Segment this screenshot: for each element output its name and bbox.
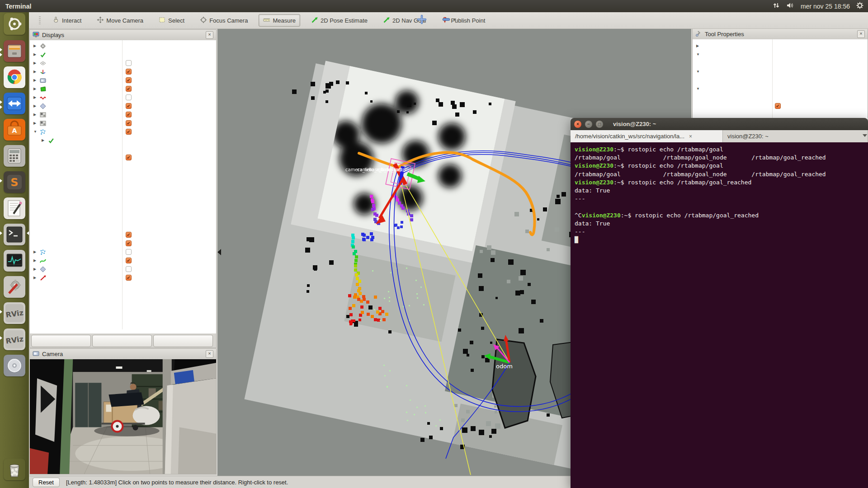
- checkbox-checked[interactable]: ✔: [126, 86, 132, 92]
- launcher-item-cd-burner[interactable]: [4, 355, 25, 376]
- tab-list-arrow-icon[interactable]: [863, 134, 867, 137]
- checkbox-checked[interactable]: ✔: [126, 240, 132, 246]
- launcher-item-chromium-browser[interactable]: [4, 66, 25, 88]
- tree-row[interactable]: ✔: [30, 154, 216, 162]
- clock[interactable]: mer nov 25 18:56: [801, 3, 850, 10]
- tool-button-focus-camera[interactable]: Focus Camera: [195, 14, 252, 27]
- tree-row[interactable]: ▶: [30, 265, 216, 274]
- tree-row[interactable]: [30, 145, 216, 154]
- checkbox-checked[interactable]: ✔: [126, 129, 132, 135]
- session-gear-icon[interactable]: [856, 2, 863, 11]
- expander-open-icon[interactable]: ▼: [696, 70, 700, 74]
- launcher-item-calculator[interactable]: [4, 145, 25, 167]
- launcher-item-software-center[interactable]: A: [4, 119, 25, 141]
- checkbox-checked[interactable]: ✔: [126, 258, 132, 263]
- checkbox-checked[interactable]: ✔: [126, 77, 132, 83]
- checkbox-checked[interactable]: ✔: [126, 120, 132, 126]
- expander-closed-icon[interactable]: ▶: [33, 104, 36, 108]
- tree-row[interactable]: ▶: [693, 42, 868, 51]
- tree-row[interactable]: [30, 171, 216, 179]
- tool-button-interact[interactable]: Interact: [48, 14, 86, 27]
- expander-closed-icon[interactable]: ▶: [33, 276, 36, 280]
- camera-close-icon[interactable]: ×: [206, 350, 213, 358]
- launcher-item-file-manager[interactable]: [4, 40, 25, 62]
- checkbox-unchecked[interactable]: [126, 94, 132, 100]
- tree-row[interactable]: ▶✔: [30, 257, 216, 265]
- window-minimize-button[interactable]: −: [585, 121, 592, 128]
- tree-row[interactable]: ▶: [30, 136, 216, 145]
- expander-closed-icon[interactable]: ▶: [33, 121, 36, 125]
- checkbox-checked[interactable]: ✔: [126, 155, 132, 160]
- checkbox-checked[interactable]: ✔: [126, 103, 132, 109]
- checkbox-checked[interactable]: ✔: [126, 69, 132, 75]
- tree-row[interactable]: [30, 222, 216, 231]
- expander-closed-icon[interactable]: ▶: [33, 78, 36, 82]
- terminal-tab-1[interactable]: /home/vision/catkin_ws/src/navigation/la…: [571, 130, 723, 142]
- displays-close-icon[interactable]: ×: [206, 31, 213, 39]
- tool-properties-header[interactable]: Tool Properties ×: [693, 29, 868, 40]
- checkbox-checked[interactable]: ✔: [126, 275, 132, 281]
- tree-row[interactable]: ▶✔: [30, 111, 216, 119]
- rename-button[interactable]: [153, 335, 213, 347]
- add-button[interactable]: [31, 335, 91, 347]
- checkbox-checked[interactable]: ✔: [126, 232, 132, 238]
- remove-button[interactable]: [92, 335, 152, 347]
- tree-row[interactable]: [30, 214, 216, 222]
- tree-row[interactable]: ▶: [30, 94, 216, 102]
- tree-row[interactable]: ▶✔: [30, 274, 216, 282]
- tree-row[interactable]: ▶✔: [30, 85, 216, 94]
- displays-panel-header[interactable]: Displays ×: [30, 30, 216, 41]
- tree-row[interactable]: ▶: [30, 248, 216, 257]
- remove-tool-button[interactable]: [441, 14, 456, 24]
- launcher-item-trash[interactable]: [4, 459, 25, 480]
- expander-closed-icon[interactable]: ▶: [33, 95, 36, 99]
- expander-closed-icon[interactable]: ▶: [33, 258, 36, 263]
- checkbox-checked[interactable]: ✔: [775, 103, 781, 109]
- terminal-titlebar[interactable]: × − □ vision@Z230: ~: [571, 118, 868, 130]
- expander-closed-icon[interactable]: ▶: [33, 52, 36, 56]
- tool-button-move-camera[interactable]: Move Camera: [92, 14, 148, 27]
- expander-closed-icon[interactable]: ▶: [33, 70, 36, 74]
- checkbox-checked[interactable]: ✔: [126, 112, 132, 117]
- tool-properties-close-icon[interactable]: ×: [857, 30, 865, 38]
- tree-row[interactable]: ▶✔: [30, 68, 216, 76]
- window-maximize-button[interactable]: □: [596, 121, 603, 128]
- tree-row[interactable]: [30, 179, 216, 188]
- terminal-body[interactable]: vision@Z230:~$ rostopic echo /rtabmap/go…: [571, 142, 868, 488]
- checkbox-unchecked[interactable]: [126, 266, 132, 272]
- tree-row[interactable]: [30, 197, 216, 205]
- tree-row[interactable]: ▼: [693, 68, 868, 76]
- panel-collapse-arrow[interactable]: [217, 249, 221, 255]
- expander-closed-icon[interactable]: ▶: [33, 250, 36, 254]
- expander-closed-icon[interactable]: ▶: [42, 138, 44, 142]
- volume-icon[interactable]: [786, 2, 794, 11]
- launcher-item-teamviewer[interactable]: [4, 93, 25, 114]
- tree-row[interactable]: ▶: [30, 51, 216, 59]
- tree-row[interactable]: ▼: [693, 85, 868, 94]
- checkbox-unchecked[interactable]: [126, 249, 132, 255]
- tree-row[interactable]: [693, 94, 868, 102]
- tree-row[interactable]: ✔: [30, 231, 216, 239]
- tree-row[interactable]: ✔: [30, 239, 216, 248]
- add-tool-button[interactable]: [417, 14, 427, 26]
- tree-row[interactable]: [30, 205, 216, 214]
- tree-row[interactable]: ▼: [693, 51, 868, 59]
- launcher-item-system-settings[interactable]: [4, 276, 25, 298]
- expander-open-icon[interactable]: ▼: [696, 87, 700, 91]
- expander-closed-icon[interactable]: ▶: [33, 61, 36, 65]
- terminal-tab-2[interactable]: vision@Z230: ~: [723, 130, 868, 142]
- launcher-item-system-monitor[interactable]: [4, 250, 25, 272]
- expander-closed-icon[interactable]: ▶: [33, 113, 36, 117]
- tab-close-icon[interactable]: ×: [689, 133, 692, 140]
- checkbox-unchecked[interactable]: [126, 60, 132, 66]
- window-close-button[interactable]: ×: [574, 121, 581, 128]
- expander-closed-icon[interactable]: ▶: [696, 44, 699, 48]
- camera-panel-header[interactable]: Camera ×: [30, 349, 216, 360]
- expander-closed-icon[interactable]: ▶: [33, 87, 36, 91]
- expander-open-icon[interactable]: ▼: [696, 52, 700, 56]
- expander-closed-icon[interactable]: ▶: [33, 267, 36, 271]
- expander-open-icon[interactable]: ▼: [33, 130, 37, 134]
- expander-closed-icon[interactable]: ▶: [33, 44, 36, 48]
- tree-row[interactable]: ▶✔: [30, 119, 216, 128]
- tool-button-select[interactable]: Select: [154, 14, 189, 27]
